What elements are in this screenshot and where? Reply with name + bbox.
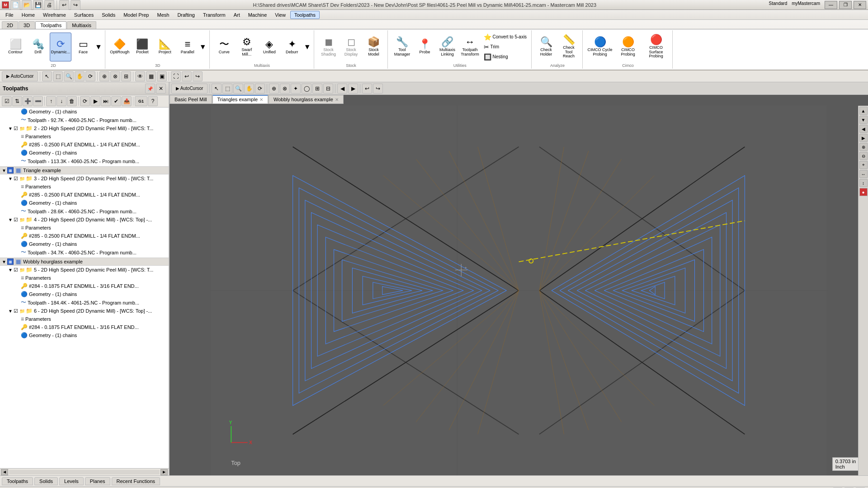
rs-btn-5[interactable]: ⊕ <box>859 143 868 151</box>
cimco-probing-button[interactable]: 🟠 CIMCO Probing <box>614 33 642 61</box>
menu-machine[interactable]: Machine <box>245 11 271 19</box>
tree-scrollbar-h[interactable]: ◀ ▶ <box>0 468 169 475</box>
3d-expand-button[interactable]: ▼ <box>199 43 207 51</box>
tp-invert[interactable]: ⇅ <box>12 96 22 106</box>
unified-button[interactable]: ◈ Unified <box>259 33 280 61</box>
swarf-button[interactable]: ⚙ Swarf Mill... <box>236 33 258 61</box>
snap3-btn[interactable]: ⊞ <box>121 71 131 81</box>
tp-backplot[interactable]: ⏭ <box>101 96 111 106</box>
bottom-tab-solids[interactable]: Solids <box>34 477 58 485</box>
rs-btn-4[interactable]: ▶ <box>859 134 868 142</box>
tp-expand[interactable]: ➕ <box>23 96 33 106</box>
nesting-button[interactable]: 🔲 Nesting <box>482 52 529 61</box>
menu-drafting[interactable]: Drafting <box>174 11 198 19</box>
menu-solids[interactable]: Solids <box>98 11 119 19</box>
optirough-button[interactable]: 🔶 OptiRough <box>109 33 131 61</box>
shade-btn[interactable]: ▣ <box>157 71 167 81</box>
panel-close-btn[interactable]: ✕ <box>156 84 166 94</box>
rs-btn-8[interactable]: ↔ <box>859 170 868 178</box>
view-tab-wobbly[interactable]: Wobbly hourglass example ✕ <box>269 95 344 103</box>
triangles-tab-close[interactable]: ✕ <box>259 97 263 102</box>
zoom-btn[interactable]: 🔍 <box>64 71 74 81</box>
menu-art[interactable]: Art <box>230 11 244 19</box>
view-btn[interactable]: 👁 <box>135 71 145 81</box>
stock-model-button[interactable]: 📦 Stock Model <box>363 33 385 61</box>
rs-btn-1[interactable]: ▲ <box>859 107 868 115</box>
rs-btn-2[interactable]: ▼ <box>859 116 868 124</box>
vp-snap2[interactable]: ⊗ <box>280 84 290 94</box>
tree-item-op6_header[interactable]: ▼☑📁📁6 - 2D High Speed (2D Dynamic Mill) … <box>0 307 169 315</box>
tp-move-down[interactable]: ↓ <box>57 96 66 106</box>
tool-manager-button[interactable]: 🔧 Tool Manager <box>392 33 413 61</box>
tree-item-op3_tool[interactable]: 🔑#285 - 0.2500 FLAT ENDMILL - 1/4 FLAT E… <box>0 191 169 199</box>
trim-button[interactable]: ✂ Trim <box>482 42 529 52</box>
pocket-button[interactable]: ⬛ Pocket <box>132 33 153 61</box>
tree-item-op2_geom[interactable]: 🔵Geometry - (1) chains <box>0 149 169 157</box>
zoom-window-btn[interactable]: ⬚ <box>53 71 63 81</box>
snap-btn[interactable]: ⊕ <box>99 71 109 81</box>
multiaxis-expand-button[interactable]: ▼ <box>304 43 311 51</box>
vp-btn3[interactable]: 🔍 <box>233 84 243 94</box>
tab-2d[interactable]: 2D <box>2 21 18 29</box>
snap2-btn[interactable]: ⊗ <box>110 71 120 81</box>
vp-snap6[interactable]: ⊟ <box>323 84 333 94</box>
vp-btn5[interactable]: ⟳ <box>255 84 265 94</box>
tp-select-all[interactable]: ☑ <box>2 96 12 106</box>
op-checkbox[interactable]: ☑ <box>14 176 18 182</box>
convert-to-button[interactable]: ⭐ Convert to 5-axis <box>482 33 529 42</box>
tp-verify[interactable]: ✔ <box>111 96 121 106</box>
contour-button[interactable]: ⬜ Contour <box>5 33 26 61</box>
vp-snap4[interactable]: ◯ <box>302 84 311 94</box>
viewport[interactable]: ▶ AutoCursor ↖ ⬚ 🔍 ✋ ⟳ ⊕ ⊗ ✦ ◯ ⊞ ⊟ ◀ ▶ ↩… <box>170 82 868 475</box>
deburr-button[interactable]: ✦ Deburr <box>281 33 303 61</box>
pan-btn[interactable]: ✋ <box>75 71 85 81</box>
vp-btn2[interactable]: ⬚ <box>222 84 232 94</box>
redo2-btn[interactable]: ↪ <box>193 71 203 81</box>
vp-nav1[interactable]: ◀ <box>337 84 347 94</box>
cimco-cycle-button[interactable]: 🔵 CIMCO Cycle Probing <box>586 33 613 61</box>
vp-snap1[interactable]: ⊕ <box>269 84 279 94</box>
select-btn[interactable]: ↖ <box>42 71 52 81</box>
expand-icon[interactable]: ▼ <box>8 267 13 272</box>
multiaxis-linking-button[interactable]: 🔗 Multiaxis Linking <box>437 33 458 61</box>
menu-home[interactable]: Home <box>18 11 38 19</box>
vp-snap5[interactable]: ⊞ <box>312 84 322 94</box>
tree-item-op4_params[interactable]: ≡Parameters <box>0 224 169 232</box>
tp-post[interactable]: 📤 <box>122 96 132 106</box>
tree-item-tp1[interactable]: 〜Toolpath - 92.7K - 4060-25.NC - Program… <box>0 116 169 124</box>
cimco-surface-button[interactable]: 🔴 CIMCO Surface Probing <box>642 33 670 61</box>
tree-item-op2_header[interactable]: ▼☑📁📁2 - 2D High Speed (2D Dynamic Peel M… <box>0 124 169 132</box>
tree-item-op5_tp[interactable]: 〜Toolpath - 184.4K - 4061-25.NC - Progra… <box>0 298 169 307</box>
minimize-button[interactable]: — <box>825 1 837 9</box>
fit-btn[interactable]: ⛶ <box>171 71 181 81</box>
tree-item-op4_tp[interactable]: 〜Toolpath - 34.7K - 4060-25.NC - Program… <box>0 248 169 257</box>
tree-item-geom1[interactable]: 🔵Geometry - (1) chains <box>0 108 169 116</box>
expand-icon[interactable]: ▼ <box>2 259 6 264</box>
expand-icon[interactable]: ▼ <box>8 126 13 131</box>
menu-mesh[interactable]: Mesh <box>153 11 173 19</box>
tree-item-op4_header[interactable]: ▼☑📁📁4 - 2D High Speed (2D Dynamic Mill) … <box>0 216 169 224</box>
rs-btn-7[interactable]: ⌖ <box>859 161 868 169</box>
drill-button[interactable]: 🔩 Drill <box>27 33 49 61</box>
dynamic-button[interactable]: ⟳ Dynamic... <box>50 33 71 61</box>
stock-shading-button[interactable]: ◼ Stock Shading <box>318 33 340 61</box>
restore-button[interactable]: ❐ <box>839 1 852 9</box>
vp-autocursor[interactable]: ▶ AutoCursor <box>171 84 208 94</box>
panel-pin-btn[interactable]: 📌 <box>145 84 155 94</box>
redo-button[interactable]: ↪ <box>71 0 80 10</box>
probe-button[interactable]: 📍 Probe <box>414 33 436 61</box>
view-tab-triangles[interactable]: Triangles example ✕ <box>212 95 268 103</box>
menu-file[interactable]: File <box>2 11 17 19</box>
vp-snap3[interactable]: ✦ <box>291 84 301 94</box>
tree-item-op3_geom[interactable]: 🔵Geometry - (1) chains <box>0 199 169 207</box>
vp-redo[interactable]: ↪ <box>373 84 383 94</box>
close-button[interactable]: ✕ <box>854 1 866 9</box>
rs-btn-9[interactable]: ↕ <box>859 179 868 187</box>
tab-3d[interactable]: 3D <box>19 21 35 29</box>
bottom-tab-planes[interactable]: Planes <box>85 477 110 485</box>
tab-toolpaths[interactable]: Toolpaths <box>35 21 66 29</box>
tp-delete[interactable]: 🗑 <box>67 96 77 106</box>
expand-icon[interactable]: ▼ <box>8 217 13 222</box>
tp-g1[interactable]: G1 <box>135 96 147 106</box>
tp-help[interactable]: ? <box>148 96 158 106</box>
